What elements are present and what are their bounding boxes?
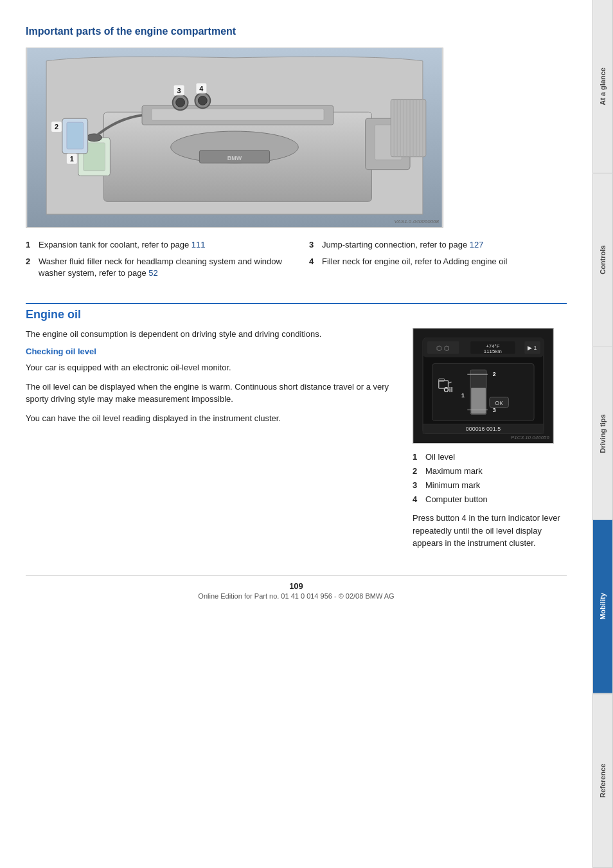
oil-list-label-2: Maximum mark [425, 466, 483, 477]
link-page-127[interactable]: 127 [470, 240, 484, 249]
oil-intro: The engine oil consumption is dependent … [26, 328, 393, 341]
sidebar-tab-at-a-glance[interactable]: At a glance [592, 0, 613, 174]
oil-display-watermark: P1C3.10.046656 [511, 435, 549, 440]
parts-item-4: 4 Filler neck for engine oil, refer to A… [309, 256, 567, 267]
svg-text:BMW: BMW [227, 155, 242, 161]
engine-compartment-image: BMW 1 [26, 48, 443, 228]
oil-list-item-4: 4 Computer button [413, 494, 567, 505]
oil-list-item-3: 3 Minimum mark [413, 480, 567, 491]
oil-para1: Your car is equipped with an electronic … [26, 361, 393, 374]
svg-text:2: 2 [55, 123, 58, 131]
oil-list-num-1: 1 [413, 451, 422, 463]
sidebar-tab-driving-tips[interactable]: Driving tips [592, 347, 613, 521]
check-oil-heading: Checking oil level [26, 347, 393, 356]
sidebar-tab-controls[interactable]: Controls [592, 174, 613, 347]
svg-text:1: 1 [70, 155, 74, 163]
oil-list-num-2: 2 [413, 466, 422, 477]
parts-text-4: Filler neck for engine oil, refer to Add… [322, 256, 507, 267]
parts-text-1: Expansion tank for coolant, refer to pag… [39, 239, 205, 251]
oil-display-illustration: ⬡ ⬡ +74°F 1115km ▶ 1 Oil [413, 329, 553, 443]
oil-left-column: The engine oil consumption is dependent … [26, 328, 393, 556]
page-number: 109 [26, 581, 567, 591]
footer-text: Online Edition for Part no. 01 41 0 014 … [198, 592, 394, 600]
svg-text:4: 4 [199, 85, 203, 93]
parts-col-left: 1 Expansion tank for coolant, refer to p… [26, 239, 283, 285]
oil-list-label-3: Minimum mark [425, 480, 480, 491]
sidebar-tab-mobility[interactable]: Mobility [592, 520, 613, 694]
svg-point-15 [198, 96, 207, 105]
oil-para3: You can have the oil level reading displ… [26, 412, 393, 425]
svg-text:⬡ ⬡: ⬡ ⬡ [436, 344, 450, 351]
svg-rect-26 [391, 99, 426, 156]
sidebar-tab-reference[interactable]: Reference [592, 694, 613, 868]
svg-text:3: 3 [177, 87, 181, 95]
svg-point-13 [176, 98, 185, 107]
section-heading: Important parts of the engine compartmen… [26, 26, 567, 37]
svg-text:1115km: 1115km [484, 348, 502, 354]
parts-list: 1 Expansion tank for coolant, refer to p… [26, 239, 567, 285]
oil-list-item-1: 1 Oil level [413, 451, 567, 463]
parts-num-3: 3 [309, 239, 318, 251]
oil-list-label-1: Oil level [425, 451, 455, 463]
svg-text:2: 2 [493, 371, 496, 377]
engine-oil-heading: Engine oil [26, 303, 567, 321]
footer: 109 Online Edition for Part no. 01 41 0 … [26, 575, 567, 600]
oil-display-list: 1 Oil level 2 Maximum mark 3 Minimum mar… [413, 451, 567, 506]
oil-list-item-2: 2 Maximum mark [413, 466, 567, 477]
parts-col-right: 3 Jump-starting connection, refer to pag… [309, 239, 567, 285]
oil-display-image: ⬡ ⬡ +74°F 1115km ▶ 1 Oil [413, 328, 554, 444]
engine-illustration: BMW 1 [26, 48, 443, 227]
press-text: Press button 4 in the turn indicator lev… [413, 512, 567, 550]
oil-para2: The oil level can be displayed when the … [26, 381, 393, 406]
svg-text:000016  001.5: 000016 001.5 [466, 426, 501, 432]
oil-list-label-4: Computer button [425, 494, 488, 505]
oil-list-num-4: 4 [413, 494, 422, 505]
svg-rect-11 [67, 122, 84, 149]
image-watermark: VAS1.0-040060068 [395, 219, 439, 224]
svg-rect-3 [152, 109, 324, 120]
parts-num-4: 4 [309, 256, 318, 267]
parts-item-2: 2 Washer fluid filler neck for headlamp … [26, 256, 283, 279]
parts-num-2: 2 [26, 256, 35, 279]
oil-list-num-3: 3 [413, 480, 422, 491]
oil-section: The engine oil consumption is dependent … [26, 328, 567, 556]
svg-text:OK: OK [495, 399, 503, 406]
svg-text:▶ 1: ▶ 1 [528, 344, 537, 350]
sidebar-tabs: At a glance Controls Driving tips Mobili… [592, 0, 613, 868]
main-content: Important parts of the engine compartmen… [0, 0, 592, 613]
parts-num-1: 1 [26, 239, 35, 251]
parts-item-1: 1 Expansion tank for coolant, refer to p… [26, 239, 283, 251]
link-page-111[interactable]: 111 [191, 240, 206, 249]
svg-text:1: 1 [461, 392, 465, 398]
parts-text-2: Washer fluid filler neck for headlamp cl… [39, 256, 283, 279]
link-page-52[interactable]: 52 [148, 268, 157, 278]
oil-right-column: ⬡ ⬡ +74°F 1115km ▶ 1 Oil [413, 328, 567, 556]
parts-item-3: 3 Jump-starting connection, refer to pag… [309, 239, 567, 251]
parts-text-3: Jump-starting connection, refer to page … [322, 239, 484, 251]
